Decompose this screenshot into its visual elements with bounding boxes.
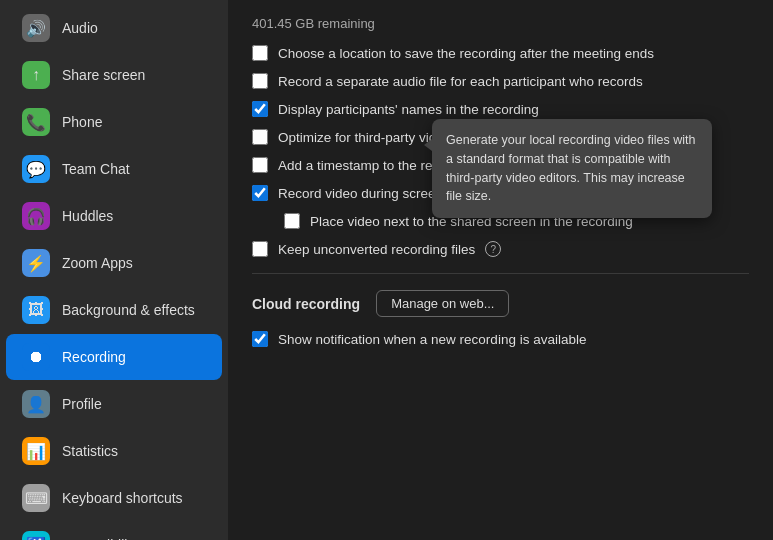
choose-location-checkbox[interactable] <box>252 45 268 61</box>
record-during-sharing-checkbox[interactable] <box>252 185 268 201</box>
sidebar-label-zoom-apps: Zoom Apps <box>62 255 133 271</box>
keep-unconverted-row: Keep unconverted recording files? <box>252 241 749 257</box>
display-participants-checkbox[interactable] <box>252 101 268 117</box>
team-chat-icon: 💬 <box>22 155 50 183</box>
sidebar-item-share-screen[interactable]: ↑Share screen <box>6 52 222 98</box>
record-separate-label: Record a separate audio file for each pa… <box>278 74 643 89</box>
cloud-recording-row: Cloud recording Manage on web... <box>252 290 749 317</box>
optimize-third-party-row: Optimize for third-party video editor?Ge… <box>252 129 749 145</box>
statistics-icon: 📊 <box>22 437 50 465</box>
sidebar-label-statistics: Statistics <box>62 443 118 459</box>
share-screen-icon: ↑ <box>22 61 50 89</box>
sidebar-label-huddles: Huddles <box>62 208 113 224</box>
show-notification-row: Show notification when a new recording i… <box>252 331 749 347</box>
show-notification-checkbox[interactable] <box>252 331 268 347</box>
sidebar-item-audio[interactable]: 🔊Audio <box>6 5 222 51</box>
manage-on-web-button[interactable]: Manage on web... <box>376 290 509 317</box>
sidebar: 🔊Audio↑Share screen📞Phone💬Team Chat🎧Hudd… <box>0 0 228 540</box>
sidebar-label-recording: Recording <box>62 349 126 365</box>
sidebar-item-huddles[interactable]: 🎧Huddles <box>6 193 222 239</box>
optimize-third-party-checkbox[interactable] <box>252 129 268 145</box>
zoom-apps-icon: ⚡ <box>22 249 50 277</box>
tooltip-box: Generate your local recording video file… <box>432 119 712 218</box>
sidebar-item-keyboard-shortcuts[interactable]: ⌨Keyboard shortcuts <box>6 475 222 521</box>
add-timestamp-checkbox[interactable] <box>252 157 268 173</box>
sidebar-item-accessibility[interactable]: ♿Accessibility <box>6 522 222 540</box>
keep-unconverted-checkbox[interactable] <box>252 241 268 257</box>
storage-label: 401.45 GB remaining <box>252 16 749 31</box>
place-video-next-checkbox[interactable] <box>284 213 300 229</box>
sidebar-item-zoom-apps[interactable]: ⚡Zoom Apps <box>6 240 222 286</box>
sidebar-item-recording[interactable]: ⏺Recording <box>6 334 222 380</box>
audio-icon: 🔊 <box>22 14 50 42</box>
keyboard-shortcuts-icon: ⌨ <box>22 484 50 512</box>
choose-location-label: Choose a location to save the recording … <box>278 46 654 61</box>
cloud-recording-label: Cloud recording <box>252 296 360 312</box>
sidebar-item-phone[interactable]: 📞Phone <box>6 99 222 145</box>
divider <box>252 273 749 274</box>
record-separate-row: Record a separate audio file for each pa… <box>252 73 749 89</box>
sidebar-label-audio: Audio <box>62 20 98 36</box>
profile-icon: 👤 <box>22 390 50 418</box>
display-participants-row: Display participants' names in the recor… <box>252 101 749 117</box>
keep-unconverted-info-icon[interactable]: ? <box>485 241 501 257</box>
record-separate-checkbox[interactable] <box>252 73 268 89</box>
sidebar-item-team-chat[interactable]: 💬Team Chat <box>6 146 222 192</box>
sidebar-label-phone: Phone <box>62 114 102 130</box>
huddles-icon: 🎧 <box>22 202 50 230</box>
choose-location-row: Choose a location to save the recording … <box>252 45 749 61</box>
accessibility-icon: ♿ <box>22 531 50 540</box>
sidebar-label-background-effects: Background & effects <box>62 302 195 318</box>
sidebar-item-statistics[interactable]: 📊Statistics <box>6 428 222 474</box>
background-effects-icon: 🖼 <box>22 296 50 324</box>
sidebar-item-profile[interactable]: 👤Profile <box>6 381 222 427</box>
recording-icon: ⏺ <box>22 343 50 371</box>
sidebar-label-team-chat: Team Chat <box>62 161 130 177</box>
phone-icon: 📞 <box>22 108 50 136</box>
main-content: 401.45 GB remaining Choose a location to… <box>228 0 773 540</box>
display-participants-label: Display participants' names in the recor… <box>278 102 539 117</box>
keep-unconverted-label: Keep unconverted recording files <box>278 242 475 257</box>
sidebar-label-share-screen: Share screen <box>62 67 145 83</box>
sidebar-label-keyboard-shortcuts: Keyboard shortcuts <box>62 490 183 506</box>
sidebar-label-profile: Profile <box>62 396 102 412</box>
sidebar-item-background-effects[interactable]: 🖼Background & effects <box>6 287 222 333</box>
show-notification-label: Show notification when a new recording i… <box>278 332 586 347</box>
